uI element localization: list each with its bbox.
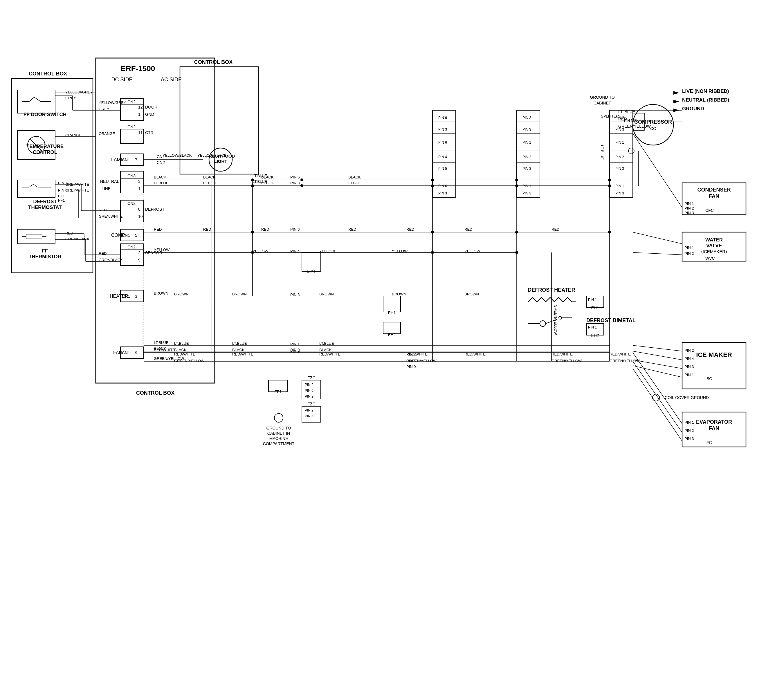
svg-text:ORANGE: ORANGE — [65, 133, 82, 137]
svg-text:CN1: CN1 — [122, 233, 130, 238]
svg-text:3: 3 — [135, 294, 137, 299]
svg-text:BLACK: BLACK — [154, 175, 166, 179]
svg-text:PIN 3: PIN 3 — [523, 128, 531, 131]
svg-text:PIN 2: PIN 2 — [523, 116, 531, 120]
svg-text:CN2: CN2 — [128, 100, 135, 104]
svg-text:PIN 1: PIN 1 — [588, 325, 597, 330]
condenser-fan-label2: FAN — [709, 193, 719, 199]
svg-text:PIN 9: PIN 9 — [290, 349, 300, 353]
ff-door-switch-label: FF DOOR SWITCH — [23, 112, 67, 117]
svg-text:2: 2 — [138, 250, 140, 255]
svg-text:LT.BLUE: LT.BLUE — [174, 341, 189, 345]
svg-text:BROWN: BROWN — [174, 292, 189, 296]
svg-text:PIN 4: PIN 4 — [684, 356, 694, 361]
svg-text:BROWN: BROWN — [319, 292, 334, 296]
svg-text:LT.BLUE: LT.BLUE — [154, 341, 169, 345]
svg-text:PIN 3: PIN 3 — [615, 166, 624, 171]
svg-text:CN3: CN3 — [128, 174, 135, 178]
svg-point-300 — [300, 179, 303, 181]
ground-label: GROUND — [682, 106, 704, 112]
svg-text:YELLOW/GREY: YELLOW/GREY — [65, 90, 93, 94]
svg-text:BROWN: BROWN — [154, 291, 168, 296]
svg-text:GREY/BLACK: GREY/BLACK — [99, 258, 123, 262]
svg-text:EH2: EH2 — [591, 333, 599, 338]
svg-text:RED: RED — [203, 227, 211, 232]
svg-text:GREY: GREY — [65, 96, 76, 100]
svg-text:PIN 1: PIN 1 — [684, 246, 694, 250]
svg-text:LT.BLUE: LT.BLUE — [252, 179, 268, 184]
svg-text:GREEN/YELLOW: GREEN/YELLOW — [174, 359, 205, 363]
svg-text:9: 9 — [138, 258, 140, 262]
svg-text:YELLOW/BLACK: YELLOW/BLACK — [163, 153, 192, 157]
svg-text:LT.BLUE: LT.BLUE — [600, 145, 604, 160]
svg-text:BLACK: BLACK — [174, 348, 187, 352]
svg-text:11: 11 — [138, 130, 143, 135]
svg-text:RED: RED — [154, 227, 162, 232]
svg-text:BLACK: BLACK — [319, 348, 332, 352]
svg-text:CC: CC — [650, 126, 656, 131]
svg-text:RED: RED — [261, 227, 269, 232]
svg-text:PIN 3: PIN 3 — [523, 191, 531, 195]
svg-text:RED: RED — [464, 227, 472, 232]
svg-text:PIN 3: PIN 3 — [438, 191, 447, 195]
ground-cabinet-label2: CABINET — [594, 101, 611, 105]
svg-text:RED: RED — [348, 227, 356, 232]
dc-side-label: DC SIDE — [111, 76, 132, 82]
svg-text:RED: RED — [552, 227, 559, 232]
svg-text:LT.BLUE: LT.BLUE — [319, 341, 334, 345]
svg-text:YELLOW: YELLOW — [319, 249, 335, 254]
svg-text:GREY/BLACK: GREY/BLACK — [65, 237, 89, 241]
svg-text:SPLITTER: SPLITTER — [601, 114, 619, 118]
svg-text:PIN 1: PIN 1 — [684, 420, 694, 425]
temperature-control-label: TEMPERATURE — [26, 144, 64, 149]
svg-text:GREEN/YELLOW: GREEN/YELLOW — [554, 305, 558, 335]
ice-maker-label: ICE MAKER — [696, 351, 732, 358]
svg-text:IBC: IBC — [705, 376, 712, 381]
svg-text:9: 9 — [135, 351, 137, 355]
svg-text:PIN 4: PIN 4 — [290, 249, 300, 254]
neutral-label: NEUTRAL (RIBBED) — [682, 97, 729, 103]
svg-text:PIN 6: PIN 6 — [438, 140, 447, 145]
control-box-label-right: CONTROL BOX — [194, 59, 233, 65]
svg-point-301 — [300, 184, 303, 187]
svg-text:LT.BLUE: LT.BLUE — [154, 181, 169, 185]
svg-text:PIN 9: PIN 9 — [406, 364, 416, 369]
svg-text:PIN 6: PIN 6 — [290, 175, 300, 179]
water-valve-label2: VALVE — [706, 243, 722, 249]
svg-text:PIN 3: PIN 3 — [523, 166, 531, 171]
svg-text:YELLOW: YELLOW — [392, 249, 408, 254]
svg-text:PIN 1: PIN 1 — [684, 201, 694, 206]
svg-text:GREY: GREY — [99, 107, 109, 111]
svg-text:PIN 6: PIN 6 — [290, 227, 300, 232]
ground-machine-label4: COMPARTMENT — [263, 442, 295, 446]
svg-text:PIN 3: PIN 3 — [684, 364, 694, 369]
svg-text:FZC: FZC — [307, 402, 315, 406]
svg-text:PIN 2: PIN 2 — [305, 408, 313, 412]
svg-text:RED/WHITE: RED/WHITE — [232, 352, 254, 356]
evaporator-fan-label: EVAPORATOR — [696, 419, 732, 425]
svg-text:MC1: MC1 — [307, 270, 316, 274]
svg-text:BLACK: BLACK — [348, 175, 361, 179]
svg-text:GREEN/YELLOW: GREEN/YELLOW — [552, 359, 582, 363]
temperature-control-label2: CONTROL — [33, 149, 57, 155]
svg-text:RED/WHITE: RED/WHITE — [154, 348, 175, 352]
svg-text:10: 10 — [138, 214, 143, 219]
svg-text:PIN 3: PIN 3 — [684, 437, 694, 441]
svg-text:RED/WHITE: RED/WHITE — [552, 352, 573, 356]
ground-machine-label: GROUND TO — [266, 426, 291, 430]
svg-text:RED/WHITE: RED/WHITE — [319, 352, 341, 356]
svg-text:RED/WHITE: RED/WHITE — [174, 352, 195, 356]
svg-text:PIN 1: PIN 1 — [684, 373, 694, 377]
svg-text:YELLOW: YELLOW — [252, 249, 269, 254]
water-valve-label: WATER — [705, 237, 723, 243]
svg-text:LINE: LINE — [101, 186, 110, 191]
svg-text:PIN 5: PIN 5 — [406, 359, 416, 363]
svg-text:CN2: CN2 — [128, 124, 135, 129]
wiring-diagram: ERF-1500 DC SIDE AC SIDE CN2 12 1 DOOR G… — [0, 0, 784, 675]
svg-text:BLACK: BLACK — [203, 175, 216, 179]
svg-text:CN2: CN2 — [128, 201, 135, 206]
svg-text:FF1: FF1 — [58, 198, 65, 202]
svg-text:PIN 9: PIN 9 — [305, 394, 313, 398]
svg-text:LT.BLUE: LT.BLUE — [232, 341, 247, 345]
svg-text:YELLOW/GREY: YELLOW/GREY — [99, 100, 126, 105]
